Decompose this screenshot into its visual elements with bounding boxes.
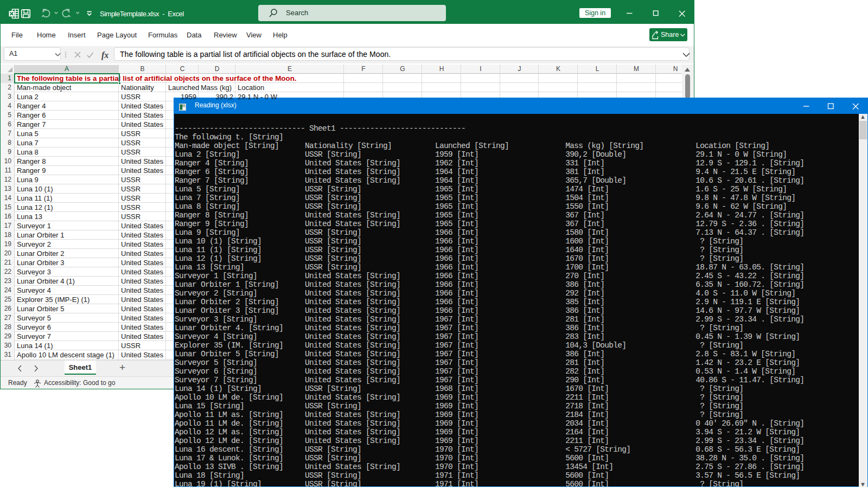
svg-text:fx: fx	[101, 50, 108, 60]
